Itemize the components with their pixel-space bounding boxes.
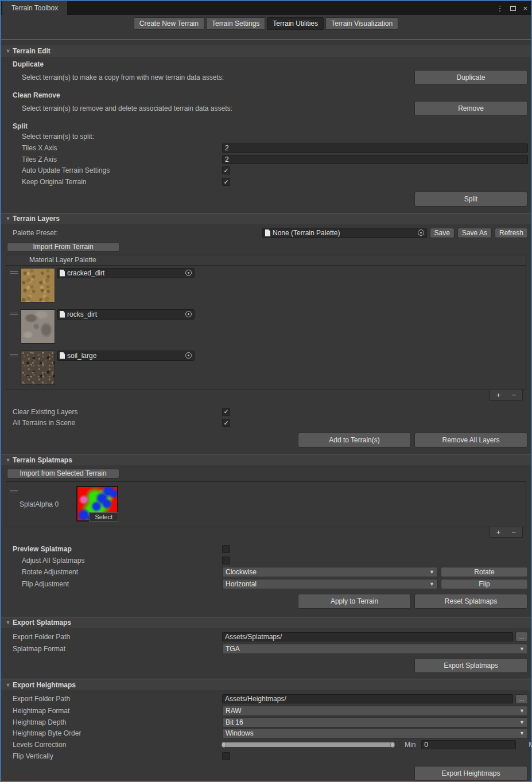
tab-terrain-settings[interactable]: Terrain Settings bbox=[206, 17, 265, 30]
preview-splatmap-checkbox[interactable] bbox=[222, 545, 230, 553]
asset-doc-icon bbox=[60, 311, 65, 318]
auto-update-row: Auto Update Terrain Settings ✓ bbox=[1, 165, 531, 176]
slider-min-handle[interactable] bbox=[222, 742, 226, 748]
flip-adjustment-dropdown[interactable]: Horizontal ▼ bbox=[222, 579, 438, 589]
auto-update-checkbox[interactable]: ✓ bbox=[222, 166, 230, 174]
splatmap-select-button[interactable]: Select bbox=[89, 512, 118, 522]
layer-texture-thumbnail[interactable] bbox=[21, 351, 55, 385]
layer-texture-thumbnail[interactable] bbox=[21, 309, 55, 344]
layer-object-field[interactable]: rocks_dirt bbox=[57, 309, 195, 320]
tiles-x-label: Tiles X Axis bbox=[1, 144, 222, 152]
object-picker-icon[interactable] bbox=[185, 352, 192, 359]
foldout-triangle-icon[interactable]: ▼ bbox=[3, 620, 13, 625]
remove-splatmap-button[interactable]: − bbox=[507, 528, 521, 536]
maximize-icon[interactable] bbox=[510, 5, 516, 12]
reset-splatmaps-button[interactable]: Reset Splatmaps bbox=[414, 594, 527, 609]
splatmap-list-footer: + − bbox=[1, 527, 531, 538]
layer-list-footer: + − bbox=[1, 390, 531, 400]
drag-handle-icon[interactable] bbox=[10, 270, 18, 275]
layer-object-field[interactable]: cracked_dirt bbox=[57, 268, 195, 278]
section-export-splatmaps-header[interactable]: ▼ Export Splatmaps bbox=[1, 617, 531, 628]
tiles-z-input[interactable] bbox=[222, 155, 528, 164]
flip-vertically-checkbox[interactable] bbox=[222, 752, 230, 760]
section-terrain-layers-header[interactable]: ▼ Terrain Layers bbox=[1, 213, 531, 224]
rotate-adjustment-dropdown[interactable]: Clockwise ▼ bbox=[222, 567, 438, 577]
keep-original-checkbox[interactable]: ✓ bbox=[222, 178, 230, 186]
tiles-x-input[interactable] bbox=[222, 143, 528, 153]
splatmap-thumbnail[interactable]: Select bbox=[76, 486, 118, 522]
import-from-selected-terrain-button[interactable]: Import from Selected Terrain bbox=[7, 469, 119, 478]
object-picker-icon[interactable] bbox=[185, 270, 192, 276]
min-label: Min bbox=[405, 741, 415, 749]
export-heightmaps-button[interactable]: Export Heightmaps bbox=[414, 766, 527, 781]
section-title: Terrain Edit bbox=[13, 47, 51, 55]
close-icon[interactable]: × bbox=[523, 5, 527, 12]
slider-max-handle[interactable] bbox=[390, 742, 395, 748]
heightmap-format-dropdown[interactable]: RAW ▼ bbox=[222, 706, 528, 716]
layer-row[interactable]: soil_large bbox=[6, 348, 526, 390]
foldout-triangle-icon[interactable]: ▼ bbox=[3, 216, 13, 221]
section-title: Terrain Splatmaps bbox=[13, 456, 72, 464]
split-button[interactable]: Split bbox=[414, 192, 527, 207]
section-export-heightmaps-header[interactable]: ▼ Export Heightmaps bbox=[1, 679, 531, 690]
heightmap-browse-button[interactable]: ... bbox=[515, 694, 528, 704]
rotate-adjustment-value: Clockwise bbox=[226, 568, 257, 576]
foldout-triangle-icon[interactable]: ▼ bbox=[3, 682, 13, 688]
heightmap-byte-order-dropdown[interactable]: Windows ▼ bbox=[222, 728, 528, 738]
rotate-button[interactable]: Rotate bbox=[441, 567, 528, 577]
tab-terrain-visualization[interactable]: Terrain Visualization bbox=[325, 17, 398, 30]
window-tab[interactable]: Terrain Toolbox bbox=[2, 1, 67, 15]
split-heading: Split bbox=[1, 122, 531, 131]
object-picker-icon[interactable] bbox=[185, 311, 192, 317]
add-splatmap-button[interactable]: + bbox=[492, 528, 506, 536]
layer-object-field[interactable]: soil_large bbox=[57, 351, 195, 361]
drag-handle-icon[interactable] bbox=[10, 312, 18, 316]
add-layer-button[interactable]: + bbox=[492, 391, 506, 399]
save-button[interactable]: Save bbox=[430, 228, 455, 238]
duplicate-button[interactable]: Duplicate bbox=[414, 70, 527, 85]
layer-row[interactable]: rocks_dirt bbox=[6, 307, 526, 348]
heightmap-format-row: Heightmap Format RAW ▼ bbox=[1, 705, 531, 717]
section-terrain-splatmaps-header[interactable]: ▼ Terrain Splatmaps bbox=[1, 454, 531, 465]
refresh-button[interactable]: Refresh bbox=[495, 228, 528, 238]
import-from-terrain-button[interactable]: Import From Terrain bbox=[7, 242, 119, 252]
export-splatmaps-button[interactable]: Export Splatmaps bbox=[414, 658, 527, 673]
splatmap-browse-button[interactable]: ... bbox=[515, 632, 528, 641]
flip-adjustment-value: Horizontal bbox=[226, 580, 257, 588]
splatmap-row[interactable]: SplatAlpha 0 Select bbox=[6, 482, 526, 527]
clear-existing-checkbox[interactable]: ✓ bbox=[222, 408, 230, 416]
tab-create-new-terrain[interactable]: Create New Terrain bbox=[134, 17, 204, 30]
object-picker-icon[interactable] bbox=[418, 229, 424, 236]
kebab-menu-icon[interactable]: ⋮ bbox=[496, 5, 503, 12]
all-terrains-checkbox[interactable]: ✓ bbox=[222, 419, 230, 427]
all-terrains-row: All Terrains in Scene ✓ bbox=[1, 417, 531, 429]
heightmap-folder-input[interactable] bbox=[222, 694, 513, 703]
flip-button[interactable]: Flip bbox=[441, 579, 528, 589]
adjust-all-checkbox[interactable] bbox=[222, 557, 230, 565]
section-terrain-edit-header[interactable]: ▼ Terrain Edit bbox=[1, 45, 531, 57]
min-input[interactable] bbox=[421, 740, 516, 749]
preview-splatmap-row: Preview Splatmap bbox=[1, 543, 531, 555]
apply-to-terrain-button[interactable]: Apply to Terrain bbox=[298, 594, 411, 609]
splatmap-folder-input[interactable] bbox=[222, 632, 513, 641]
remove-layer-button[interactable]: − bbox=[507, 391, 521, 399]
layer-row[interactable]: cracked_dirt bbox=[6, 266, 526, 307]
levels-correction-slider[interactable] bbox=[222, 742, 394, 747]
material-layer-palette-header: Material Layer Palette bbox=[6, 255, 526, 266]
palette-preset-object-field[interactable]: None (Terrain Palette) bbox=[262, 228, 427, 238]
clean-remove-description: Select terrain(s) to remove and delete a… bbox=[22, 104, 414, 112]
foldout-triangle-icon[interactable]: ▼ bbox=[3, 48, 13, 54]
foldout-triangle-icon[interactable]: ▼ bbox=[3, 457, 13, 463]
clean-remove-row: Select terrain(s) to remove and delete a… bbox=[1, 100, 531, 117]
tab-terrain-utilities[interactable]: Terrain Utilities bbox=[267, 17, 324, 30]
splatmap-format-dropdown[interactable]: TGA ▼ bbox=[222, 644, 528, 654]
save-as-button[interactable]: Save As bbox=[457, 228, 492, 238]
add-to-terrain-button[interactable]: Add to Terrain(s) bbox=[298, 433, 411, 448]
drag-handle-icon[interactable] bbox=[10, 353, 18, 357]
drag-handle-icon[interactable] bbox=[10, 489, 18, 493]
layer-texture-thumbnail[interactable] bbox=[21, 268, 55, 302]
heightmap-depth-dropdown[interactable]: Bit 16 ▼ bbox=[222, 717, 528, 727]
remove-all-layers-button[interactable]: Remove All Layers bbox=[414, 433, 527, 448]
splatmap-list: SplatAlpha 0 Select bbox=[6, 481, 526, 527]
remove-button[interactable]: Remove bbox=[414, 101, 527, 116]
